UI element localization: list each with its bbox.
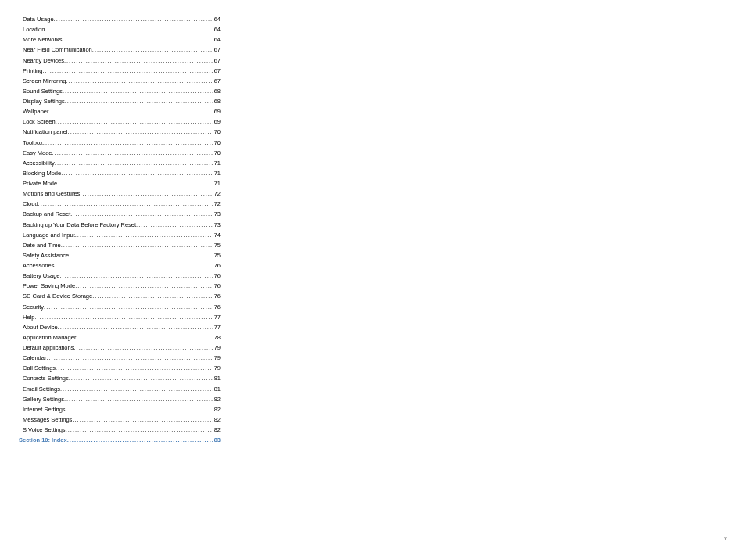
toc-label: Language and Input	[23, 230, 75, 240]
toc-leader	[45, 24, 212, 34]
toc-label: Gallery Settings	[23, 394, 64, 404]
toc-label: Motions and Gestures	[23, 188, 80, 199]
toc-entry[interactable]: Battery Usage76	[23, 271, 221, 281]
toc-page: 73	[213, 209, 221, 219]
toc-leader	[44, 302, 213, 312]
toc-entry[interactable]: Screen Mirroring67	[23, 76, 221, 86]
toc-leader	[64, 56, 213, 66]
toc-leader	[70, 209, 212, 219]
toc-leader	[69, 250, 212, 260]
toc-entry[interactable]: Default applications79	[23, 343, 221, 353]
toc-leader	[60, 271, 213, 281]
toc-entry[interactable]: Data Usage64	[23, 14, 221, 24]
toc-entry[interactable]: Motions and Gestures72	[23, 188, 221, 199]
toc-page: 76	[213, 271, 221, 281]
toc-page: 76	[213, 281, 221, 291]
toc-page: 82	[213, 425, 221, 435]
toc-entry[interactable]: Backing up Your Data Before Factory Rese…	[23, 220, 221, 230]
toc-label: Sound Settings	[23, 86, 63, 96]
toc-entry[interactable]: Call Settings79	[23, 363, 221, 373]
toc-leader	[69, 373, 213, 383]
toc-label: Wallpaper	[23, 106, 49, 117]
toc-entry[interactable]: Date and Time75	[23, 240, 221, 250]
toc-page: 82	[213, 415, 221, 425]
toc-page: 70	[213, 138, 221, 148]
toc-entry[interactable]: Contacts Settings81	[23, 373, 221, 383]
toc-label: Private Mode	[23, 178, 57, 188]
toc-label: Power Saving Mode	[23, 281, 75, 291]
toc-entry[interactable]: S Voice Settings82	[23, 425, 221, 435]
toc-page: 73	[213, 220, 221, 230]
toc-entry[interactable]: Nearby Devices67	[23, 56, 221, 66]
toc-entry[interactable]: Internet Settings82	[23, 404, 221, 415]
toc-page: 77	[213, 312, 221, 322]
toc-entry[interactable]: Gallery Settings82	[23, 394, 221, 404]
toc-entry[interactable]: Wallpaper69	[23, 106, 221, 117]
toc-entry[interactable]: Blocking Mode71	[23, 168, 221, 178]
toc-leader	[65, 96, 213, 106]
toc-entry[interactable]: Toolbox70	[23, 138, 221, 148]
toc-leader	[61, 168, 212, 178]
toc-entry[interactable]: Easy Mode70	[23, 148, 221, 158]
toc-entry[interactable]: Notification panel70	[23, 127, 221, 137]
toc-page: 77	[213, 322, 221, 332]
toc-label: Cloud	[23, 199, 38, 209]
toc-label: Messages Settings	[23, 415, 72, 425]
table-of-contents: Data Usage64Location64More Networks64Nea…	[19, 14, 221, 445]
toc-entry[interactable]: Cloud72	[23, 199, 221, 209]
toc-page: 76	[213, 302, 221, 312]
toc-label: Backup and Reset	[23, 209, 70, 219]
toc-page: 76	[213, 291, 221, 301]
toc-entry[interactable]: Calendar79	[23, 353, 221, 363]
toc-page: 70	[213, 148, 221, 158]
toc-entry[interactable]: Near Field Communication67	[23, 45, 221, 55]
toc-page: 70	[213, 127, 221, 137]
toc-page: 74	[213, 230, 221, 240]
toc-entry[interactable]: About Device77	[23, 322, 221, 332]
toc-entry[interactable]: Accessories76	[23, 260, 221, 271]
toc-leader	[54, 260, 212, 271]
toc-label: Accessories	[23, 260, 54, 271]
toc-leader	[58, 322, 213, 332]
toc-leader	[60, 384, 213, 394]
toc-entry[interactable]: Printing67	[23, 66, 221, 76]
toc-entry[interactable]: Private Mode71	[23, 178, 221, 188]
toc-leader	[49, 106, 213, 117]
toc-entry[interactable]: Sound Settings68	[23, 86, 221, 96]
toc-entry[interactable]: Display Settings68	[23, 96, 221, 106]
toc-label: Section 10: Index	[19, 435, 67, 445]
toc-entry[interactable]: Email Settings81	[23, 384, 221, 394]
toc-leader	[55, 158, 213, 168]
toc-entry[interactable]: Security76	[23, 302, 221, 312]
toc-leader	[68, 127, 213, 137]
toc-label: Notification panel	[23, 127, 68, 137]
toc-page: 79	[213, 363, 221, 373]
toc-label: Lock Screen	[23, 117, 56, 127]
toc-label: Help	[23, 312, 34, 322]
toc-label: Calendar	[23, 353, 46, 363]
toc-entry[interactable]: Section 10: Index83	[19, 435, 221, 445]
toc-leader	[43, 138, 213, 148]
toc-entry[interactable]: Lock Screen69	[23, 117, 221, 127]
toc-label: Accessibility	[23, 158, 55, 168]
toc-entry[interactable]: Power Saving Mode76	[23, 281, 221, 291]
toc-entry[interactable]: Location64	[23, 24, 221, 34]
toc-leader	[63, 86, 213, 96]
toc-entry[interactable]: Application Manager78	[23, 332, 221, 343]
toc-leader	[38, 199, 213, 209]
toc-entry[interactable]: Language and Input74	[23, 230, 221, 240]
toc-entry[interactable]: Accessibility71	[23, 158, 221, 168]
page-number: v	[724, 534, 727, 541]
toc-page: 72	[213, 188, 221, 199]
toc-label: Backing up Your Data Before Factory Rese…	[23, 220, 136, 230]
toc-leader	[57, 178, 212, 188]
toc-entry[interactable]: Backup and Reset73	[23, 209, 221, 219]
toc-entry[interactable]: More Networks64	[23, 34, 221, 45]
toc-entry[interactable]: SD Card & Device Storage76	[23, 291, 221, 301]
toc-page: 79	[213, 353, 221, 363]
toc-entry[interactable]: Help77	[23, 312, 221, 322]
toc-leader	[92, 45, 213, 55]
toc-entry[interactable]: Safety Assistance75	[23, 250, 221, 260]
toc-page: 75	[213, 240, 221, 250]
toc-entry[interactable]: Messages Settings82	[23, 415, 221, 425]
